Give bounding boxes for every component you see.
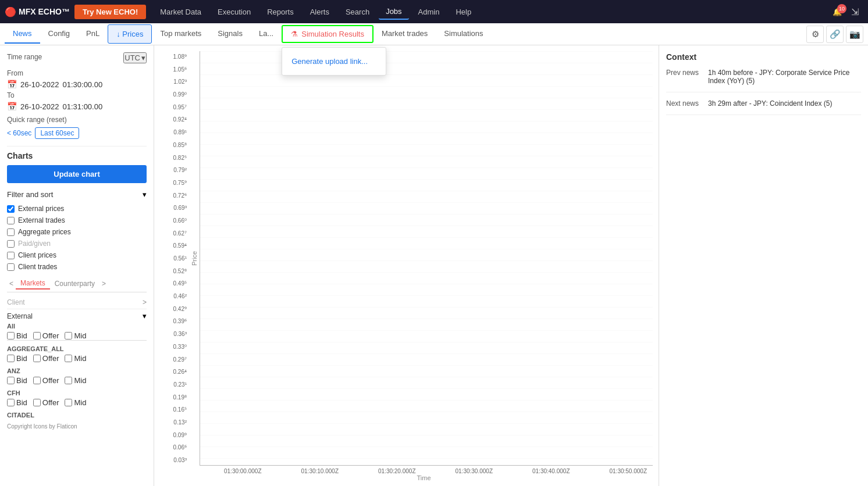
generate-upload-link[interactable]: Generate upload link... — [282, 52, 386, 70]
filter-sort-toggle[interactable]: Filter and sort ▾ — [7, 190, 147, 199]
client-row: Client > — [7, 296, 147, 309]
context-title: Context — [666, 52, 861, 62]
ytick-26: 0.23¹ — [173, 381, 187, 388]
ytick-0: 1.08⁹ — [173, 53, 187, 60]
cfh-checkboxes: Bid Offer Mid — [7, 398, 147, 407]
tab-la[interactable]: La... — [251, 24, 282, 44]
notification-badge: 10 — [837, 4, 846, 13]
client-prices-label: Client prices — [18, 251, 56, 259]
nav-extra-icon[interactable]: ⇲ — [846, 4, 863, 20]
agg-mid-checkbox[interactable] — [65, 355, 72, 362]
aggregate-prices-label: Aggregate prices — [18, 228, 71, 236]
cfh-bid-checkbox[interactable] — [7, 399, 15, 406]
nav-execution[interactable]: Execution — [211, 5, 258, 19]
paid-given-checkbox[interactable] — [7, 240, 15, 248]
nav-help[interactable]: Help — [449, 5, 478, 19]
tab-news[interactable]: News — [5, 24, 40, 44]
all-bid-label: Bid — [16, 331, 27, 340]
tab-simulations[interactable]: Simulations — [436, 24, 491, 44]
paid-given-label: Paid/given — [18, 240, 51, 248]
all-bid-checkbox[interactable] — [7, 332, 15, 340]
time-range-label: Time range — [7, 53, 42, 61]
cfh-offer-item: Offer — [33, 398, 59, 407]
nav-admin[interactable]: Admin — [411, 5, 447, 19]
tab-market-trades[interactable]: Market trades — [373, 24, 436, 44]
tab-signals[interactable]: Signals — [209, 24, 251, 44]
copyright-text: Copyright Icons by Flaticon — [7, 423, 147, 430]
ytick-10: 0.75⁹ — [173, 180, 187, 186]
utc-label: UTC — [124, 53, 140, 62]
context-next-news-row: Next news 3h 29m after - JPY: Coincident… — [666, 99, 861, 115]
ytick-8: 0.82⁵ — [173, 155, 187, 161]
cfh-offer-checkbox[interactable] — [33, 399, 41, 406]
anz-bid-checkbox[interactable] — [7, 377, 15, 384]
chart-inner: 1.08⁹ 1.05⁶ 1.02³ 0.99⁰ 0.95⁷ 0.92⁴ 0.89… — [160, 51, 653, 466]
y-label-container: Price — [189, 51, 200, 466]
logo-text: MFX ECHO™ — [19, 7, 70, 16]
prev-60sec-button[interactable]: < 60sec — [7, 129, 31, 137]
client-prices-checkbox[interactable] — [7, 252, 15, 259]
agg-bid-label: Bid — [16, 354, 27, 363]
simulation-results-container: ⚗ Simulation Results Generate upload lin… — [282, 25, 373, 43]
tab-top-markets[interactable]: Top markets — [152, 24, 209, 44]
tab-pnl[interactable]: PnL — [78, 24, 108, 44]
link-icon[interactable]: 🔗 — [826, 26, 844, 43]
settings-icon[interactable]: ⚙ — [806, 26, 824, 43]
aggregate-prices-row: Aggregate prices — [7, 228, 147, 236]
try-new-button[interactable]: Try New ECHO! — [74, 5, 146, 19]
agg-offer-label: Offer — [42, 354, 59, 363]
ytick-13: 0.66⁰ — [173, 217, 187, 224]
calendar-to-icon: 📅 — [7, 102, 17, 111]
quick-range-section: Quick range (reset) < 60sec Last 60sec — [7, 116, 147, 139]
external-trades-checkbox[interactable] — [7, 217, 15, 224]
nav-jobs[interactable]: Jobs — [379, 4, 408, 20]
external-label: External — [7, 312, 33, 320]
counterparty-tab[interactable]: Counterparty — [50, 278, 99, 289]
markets-tab[interactable]: Markets — [16, 278, 50, 290]
nav-alerts[interactable]: Alerts — [303, 5, 336, 19]
agg-bid-checkbox[interactable] — [7, 355, 15, 362]
all-checkboxes: Bid Offer Mid — [7, 331, 147, 340]
paid-given-row: Paid/given — [7, 240, 147, 248]
anz-mid-checkbox[interactable] — [65, 377, 72, 384]
ytick-17: 0.52⁸ — [173, 268, 187, 274]
nav-search[interactable]: Search — [339, 5, 376, 19]
notifications-bell[interactable]: 🔔 10 — [830, 5, 844, 19]
tab-prices[interactable]: ↓ Prices — [108, 24, 152, 44]
all-mid-item: Mid — [65, 331, 86, 340]
nav-market-data[interactable]: Market Data — [153, 5, 208, 19]
markets-tab-prev[interactable]: < — [7, 278, 16, 289]
prev-news-key: Prev news — [666, 69, 701, 85]
tab-config[interactable]: Config — [40, 24, 79, 44]
anz-checkboxes: Bid Offer Mid — [7, 376, 147, 385]
agg-offer-checkbox[interactable] — [33, 355, 41, 362]
all-offer-checkbox[interactable] — [33, 332, 41, 340]
external-prices-checkbox[interactable] — [7, 205, 15, 213]
camera-icon[interactable]: 📷 — [846, 26, 863, 43]
utc-button[interactable]: UTC ▾ — [123, 52, 147, 63]
charts-label: Charts — [7, 151, 147, 160]
x-axis-label: Time — [417, 474, 431, 481]
cfh-mid-checkbox[interactable] — [65, 399, 72, 406]
last-60sec-button[interactable]: Last 60sec — [35, 127, 79, 139]
ytick-21: 0.39⁶ — [173, 318, 187, 324]
tab-simulation-results[interactable]: ⚗ Simulation Results — [282, 25, 373, 43]
aggregate-all-checkboxes: Bid Offer Mid — [7, 354, 147, 363]
main-layout: Time range UTC ▾ From 📅 26-10-2022 01:30… — [0, 45, 868, 486]
anz-offer-item: Offer — [33, 376, 59, 385]
ytick-22: 0.36³ — [173, 331, 187, 337]
update-chart-button[interactable]: Update chart — [7, 165, 147, 183]
all-mid-checkbox[interactable] — [65, 332, 72, 340]
aggregate-prices-checkbox[interactable] — [7, 228, 15, 236]
ytick-6: 0.89¹ — [173, 129, 187, 135]
client-trades-checkbox[interactable] — [7, 263, 15, 271]
aggregate-all-group: AGGREGATE_ALL Bid Offer Mid — [7, 345, 147, 363]
ytick-16: 0.56¹ — [173, 255, 187, 262]
client-trades-row: Client trades — [7, 263, 147, 271]
ytick-31: 0.06⁶ — [173, 444, 187, 451]
chart-plot-area — [200, 51, 653, 466]
nav-reports[interactable]: Reports — [260, 5, 301, 19]
markets-tab-next[interactable]: > — [99, 278, 108, 289]
chart-area: 1.08⁹ 1.05⁶ 1.02³ 0.99⁰ 0.95⁷ 0.92⁴ 0.89… — [154, 45, 659, 486]
anz-offer-checkbox[interactable] — [33, 377, 41, 384]
